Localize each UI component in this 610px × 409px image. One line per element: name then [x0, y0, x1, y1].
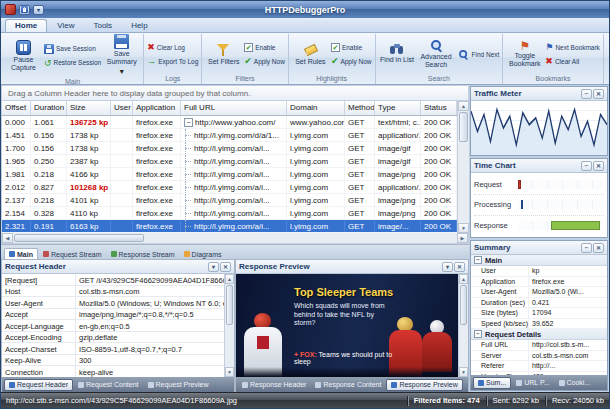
restore-session-button[interactable]: ↺ Restore Session: [44, 57, 101, 69]
tab-request-preview[interactable]: Request Preview: [144, 380, 213, 390]
minimize-icon[interactable]: −: [581, 89, 592, 99]
save-summary-button[interactable]: Save Summary ▾: [103, 34, 140, 77]
scrollbar-thumb[interactable]: [460, 285, 467, 325]
tab-cooki[interactable]: Cooki...: [555, 378, 595, 388]
column-header-duration[interactable]: Duration: [31, 101, 67, 115]
close-icon[interactable]: ✕: [593, 89, 604, 99]
column-header-method[interactable]: Method: [345, 101, 375, 115]
save-session-button[interactable]: Save Session: [44, 43, 101, 55]
column-header-size[interactable]: Size: [67, 101, 111, 115]
tab-request-stream[interactable]: Request Stream: [39, 249, 106, 259]
header-field-row[interactable]: Keep-Alive300: [2, 355, 224, 367]
title-bar[interactable]: ▾ HTTPDebuggerPro: [1, 1, 609, 18]
header-field-row[interactable]: Accept-Encodinggzip,deflate: [2, 332, 224, 344]
column-header-full-url[interactable]: Full URL: [181, 101, 287, 115]
summary-row[interactable]: Duration (sec)0.421: [471, 298, 607, 309]
summary-section-header[interactable]: −Request Details: [471, 329, 607, 340]
table-row[interactable]: 2.1370.2184101 kpfirefox.exehttp://l.yim…: [2, 194, 457, 207]
advanced-search-button[interactable]: Advanced Search: [418, 34, 455, 74]
panel-title-bar[interactable]: Request Header ▾ ✕: [2, 260, 234, 274]
highlights-enable-checkbox[interactable]: ✔ Enable: [331, 41, 372, 53]
tab-help[interactable]: Help: [122, 20, 156, 32]
scroll-down-icon[interactable]: ▼: [459, 367, 468, 377]
scrollbar-thumb[interactable]: [226, 285, 233, 325]
find-in-list-button[interactable]: Find in List: [379, 34, 416, 74]
pause-capture-button[interactable]: Pause Capture: [5, 34, 42, 77]
summary-section-header[interactable]: −Main: [471, 255, 607, 266]
scroll-right-icon[interactable]: ▶: [457, 233, 468, 243]
table-row[interactable]: 2.0120.827101268 kpfirefox.exehttp://l.y…: [2, 181, 457, 194]
table-row[interactable]: 1.9650.2502387 kpfirefox.exehttp://l.yim…: [2, 155, 457, 168]
toggle-bookmark-button[interactable]: ⚑ Toggle Bookmark: [506, 34, 543, 74]
column-header-type[interactable]: Type: [375, 101, 421, 115]
close-icon[interactable]: ✕: [454, 262, 465, 272]
scroll-up-icon[interactable]: ▲: [459, 274, 468, 284]
find-next-button[interactable]: Find Next: [457, 48, 500, 60]
tab-diagrams[interactable]: Diagrams: [180, 249, 226, 259]
column-header-user[interactable]: User: [111, 101, 133, 115]
tab-tools[interactable]: Tools: [84, 20, 121, 32]
summary-row[interactable]: User-AgentMozilla/5.0 (Wi...: [471, 287, 607, 298]
tab-view[interactable]: View: [48, 20, 83, 32]
scroll-left-icon[interactable]: ◀: [2, 233, 13, 243]
panel-vertical-scrollbar[interactable]: ▲ ▼: [224, 274, 234, 377]
tab-response-content[interactable]: Response Content: [311, 380, 385, 390]
header-field-row[interactable]: Accept-CharsetISO-8859-1,utf-8;q=0.7,*;q…: [2, 343, 224, 355]
summary-row[interactable]: Refererhttp://...: [471, 361, 607, 372]
scrollbar-thumb[interactable]: [459, 112, 468, 142]
highlights-apply-now-button[interactable]: ✔ Apply Now: [331, 55, 372, 67]
panel-menu-icon[interactable]: ▾: [208, 262, 219, 272]
panel-menu-icon[interactable]: ▾: [442, 262, 453, 272]
collapse-icon[interactable]: −: [474, 330, 482, 338]
filters-apply-now-button[interactable]: ✔ Apply Now: [244, 55, 285, 67]
panel-vertical-scrollbar[interactable]: ▲ ▼: [458, 274, 468, 377]
tab-request-content[interactable]: Request Content: [74, 380, 143, 390]
tab-request-header[interactable]: Request Header: [4, 379, 73, 391]
table-row[interactable]: 2.3210.1916163 kpfirefox.exehttp://l.yim…: [2, 220, 457, 233]
summary-row[interactable]: Userkp: [471, 266, 607, 277]
group-by-hint-bar[interactable]: Drag a Column Header here to display dat…: [1, 85, 469, 101]
grid-vertical-scrollbar[interactable]: ▲ ▼: [457, 101, 469, 233]
column-header-application[interactable]: Application: [133, 101, 181, 115]
next-bookmark-button[interactable]: ⚑ Next Bookmark: [545, 41, 600, 53]
table-row[interactable]: 2.1540.3284110 kpfirefox.exehttp://l.yim…: [2, 207, 457, 220]
set-rules-button[interactable]: Set Rules: [292, 34, 329, 74]
tab-sum[interactable]: Sum...: [473, 377, 511, 389]
column-header-offset[interactable]: Offset: [2, 101, 31, 115]
scrollbar-track[interactable]: [145, 233, 457, 243]
quick-save-button[interactable]: [19, 5, 30, 15]
tab-main[interactable]: Main: [4, 248, 38, 259]
summary-row[interactable]: Servercol.stb.s-msn.com: [471, 351, 607, 362]
table-row[interactable]: 1.9810.2184166 kpfirefox.exehttp://l.yim…: [2, 168, 457, 181]
header-field-row[interactable]: Accept-Languageen-gb,en;q=0.5: [2, 320, 224, 332]
panel-title-bar[interactable]: Traffic Meter − ✕: [471, 87, 607, 101]
scrollbar-track[interactable]: [459, 326, 468, 367]
quick-access-menu-button[interactable]: ▾: [33, 5, 44, 15]
header-field-row[interactable]: Acceptimage/png,image/*;q=0.8,*/*;q=0.5: [2, 309, 224, 321]
summary-row[interactable]: Applicationfirefox.exe: [471, 277, 607, 288]
tree-expander-icon[interactable]: −: [184, 118, 193, 127]
close-icon[interactable]: ✕: [220, 262, 231, 272]
tab-response-header[interactable]: Response Header: [238, 380, 310, 390]
scrollbar-thumb[interactable]: [14, 234, 144, 242]
scroll-down-icon[interactable]: ▼: [458, 223, 469, 233]
table-row[interactable]: 1.7000.1561738 kpfirefox.exehttp://l.yim…: [2, 142, 457, 155]
tab-url-p[interactable]: URL P...: [512, 378, 553, 388]
summary-row[interactable]: Speed (kb/sec)39.652: [471, 319, 607, 330]
header-field-row[interactable]: Connectionkeep-alive: [2, 366, 224, 377]
collapse-icon[interactable]: −: [474, 256, 482, 264]
tab-response-preview[interactable]: Response Preview: [386, 379, 462, 391]
scroll-up-icon[interactable]: ▲: [458, 101, 469, 111]
close-icon[interactable]: ✕: [593, 243, 604, 253]
column-header-status[interactable]: Status: [421, 101, 457, 115]
table-row[interactable]: 0.0001.061136725 kpfirefox.exe−http://ww…: [2, 116, 457, 129]
header-field-row[interactable]: [Request]GET /i/43/929C5F46629099AEA04D1…: [2, 274, 224, 286]
header-field-row[interactable]: User-AgentMozilla/5.0 (Windows; U; Windo…: [2, 297, 224, 309]
checkbox-icon[interactable]: ✔: [244, 43, 253, 52]
table-row[interactable]: 1.4510.1561738 kpfirefox.exehttp://l.yim…: [2, 129, 457, 142]
scrollbar-track[interactable]: [458, 143, 469, 223]
scroll-down-icon[interactable]: ▼: [225, 367, 234, 377]
panel-title-bar[interactable]: Response Preview ▾ ✕: [236, 260, 468, 274]
summary-row[interactable]: Full URLhttp://col.stb.s-m...: [471, 340, 607, 351]
panel-title-bar[interactable]: Summary − ✕: [471, 241, 607, 255]
